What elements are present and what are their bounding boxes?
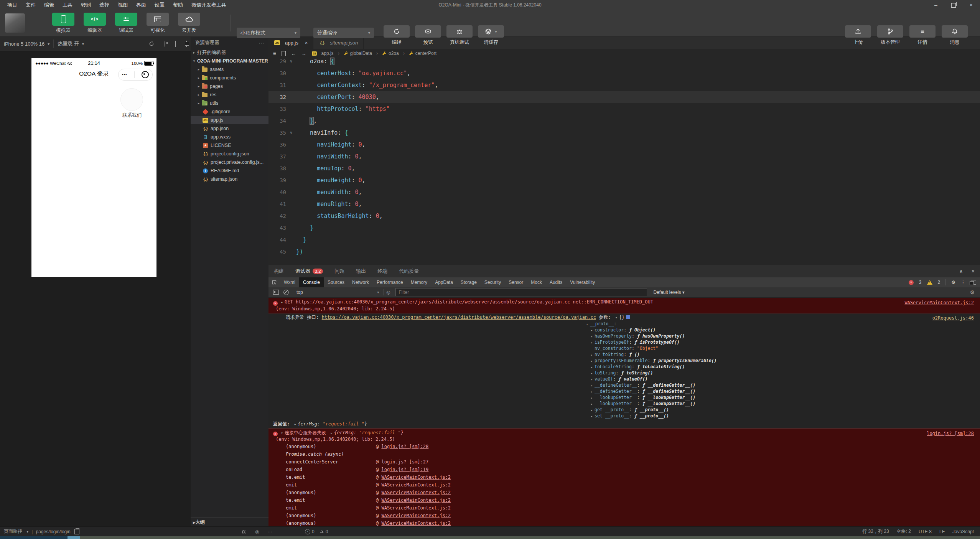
tree-row-get __proto__[interactable]: ▸get __proto__: ƒ __proto__() [586,407,980,413]
outline-section[interactable]: ▸ 大纲 [191,517,268,527]
tree-row-constructor[interactable]: ▸constructor: ƒ Object() [586,327,980,333]
devtools-tab-Audits[interactable]: Audits [546,277,566,287]
tree-row-__lookupGetter__[interactable]: ▸__lookupGetter__: ƒ __lookupGetter__() [586,394,980,401]
status-error-count[interactable]: ×0 [305,529,315,534]
minimize-button[interactable]: – [927,0,945,10]
code-line-37[interactable]: 37 naviWidth: 0, [268,150,980,162]
live-expression-icon[interactable]: ◎ [386,290,390,295]
code-line-45[interactable]: 45}) [268,246,980,257]
devtools-tab-Security[interactable]: Security [481,277,505,287]
console-entry-network-error[interactable]: ×▸GET https://oa.yajian.cc:40030/x_progr… [268,298,980,313]
code-line-44[interactable]: 44 } [268,234,980,246]
编辑器-button[interactable]: </>编辑器 [82,13,107,34]
code-line-31[interactable]: 31 centerContext: "/x_program_center", [268,79,980,91]
close-tab-icon[interactable]: × [305,40,308,46]
code-line-38[interactable]: 38 menuTop: 0, [268,162,980,174]
tree-pages[interactable]: ▸pages [191,82,268,91]
status-item-5[interactable]: JavaScript [952,529,974,534]
云开发-button[interactable]: 云开发 [176,13,202,34]
stack-frame[interactable]: connectCenterServer@ login.js? [sm]:27 [286,458,980,466]
stack-source-link[interactable]: WAServiceMainContext.js:2 [381,482,451,488]
panel-tab-构建[interactable]: 构建 [274,265,284,277]
devtools-tab-Console[interactable]: Console [299,277,324,287]
code-line-36[interactable]: 36 naviHeight: 0, [268,138,980,150]
devtools-tab-Mock[interactable]: Mock [527,277,546,287]
status-warning-count[interactable]: 0 [320,529,328,534]
stack-source-link[interactable]: login.js? [sm]:27 [381,459,428,465]
request-url-link[interactable]: https://oa.yajian.cc:40030/x_program_cen… [296,299,570,305]
breadcrumb-item-centerPort[interactable]: centerPort [409,51,436,56]
device-phone-icon[interactable] [175,41,176,47]
stack-frame[interactable]: emit@ WAServiceMainContext.js:2 [286,481,980,489]
panel-tab-调试器[interactable]: 调试器3,2 [295,265,323,277]
tree-row-propertyIsEnumerable[interactable]: ▸propertyIsEnumerable: ƒ propertyIsEnume… [586,358,980,364]
devtools-tab-AppData[interactable]: AppData [431,277,457,287]
file-sitemap.json[interactable]: {..}sitemap.json [191,175,268,183]
上传-button[interactable]: 上传 [845,25,871,46]
console-entry-request-log[interactable]: 请求异常 接口: https://oa.yajian.cc:40030/x_pr… [268,313,980,420]
capsule-menu[interactable]: ••• [118,69,153,81]
模拟器-button[interactable]: 模拟器 [51,13,76,34]
file-app.wxss[interactable]: ∃app.wxss [191,133,268,141]
panel-tab-输出[interactable]: 输出 [356,265,366,277]
exit-target-icon[interactable] [142,71,149,78]
close-panel-icon[interactable]: × [972,268,975,274]
panel-tab-问题[interactable]: 问题 [334,265,344,277]
stack-frame[interactable]: (anonymous)@ login.js? [sm]:28 [286,443,980,450]
tree-row-toLocaleString[interactable]: ▸toLocaleString: ƒ toLocaleString() [586,364,980,370]
compile-mode-dropdown[interactable]: 普通编译▾ [313,28,374,38]
status-target-icon[interactable]: ◎ [255,529,259,534]
file-.gitignore[interactable]: .gitignore [191,107,268,116]
code-line-42[interactable]: 42 statusBarHeight: 0, [268,210,980,222]
code-line-32[interactable]: 32 centerPort: 40030, [268,91,980,103]
tree-row-valueOf[interactable]: ▸valueOf: ƒ valueOf() [586,376,980,382]
tree-row-nv_toString[interactable]: ▸nv_toString: ƒ () [586,351,980,358]
status-bug-icon[interactable] [241,529,247,534]
devtools-tab-Memory[interactable]: Memory [407,277,431,287]
menu-item-1[interactable]: 项目 [3,0,21,10]
tree-row-__lookupSetter__[interactable]: ▸__lookupSetter__: ƒ __lookupSetter__() [586,401,980,407]
tab-app.js[interactable]: JSapp.js× [268,36,313,49]
devtools-gear-icon[interactable]: ⚙ [951,280,955,285]
menu-item-4[interactable]: 工具 [58,0,77,10]
调试器-button[interactable]: 调试器 [114,13,139,34]
code-line-29[interactable]: 29∨ o2oa: { [268,58,980,67]
devtools-tab-Sensor[interactable]: Sensor [505,277,527,287]
code-line-33[interactable]: 33 httpProtocol: "https" [268,103,980,115]
stack-frame[interactable]: (anonymous)@ WAServiceMainContext.js:2 [286,512,980,519]
stack-source-link[interactable]: WAServiceMainContext.js:2 [381,505,451,511]
stack-frame[interactable]: (anonymous)@ WAServiceMainContext.js:2 [286,519,980,527]
编译-button[interactable]: 编译 [384,25,410,46]
expand-caret[interactable]: ▸ [294,422,296,426]
stack-source-link[interactable]: WAServiceMainContext.js:2 [381,521,451,526]
file-README.md[interactable]: iREADME.md [191,166,268,175]
tree-row-__defineSetter__[interactable]: ▸__defineSetter__: ƒ __defineSetter__() [586,388,980,394]
outline-list-icon[interactable]: ≡ [273,51,276,56]
forward-arrow-icon[interactable]: → [301,51,306,56]
status-item-2[interactable]: 空格: 2 [897,528,911,535]
stack-frame[interactable]: te.emit@ WAServiceMainContext.js:2 [286,473,980,481]
float-window-icon[interactable] [186,41,187,47]
code-line-34[interactable]: 34 }, [268,115,980,127]
devtools-tab-Network[interactable]: Network [348,277,373,287]
tree-row-proto[interactable]: ▾__proto__: [586,321,980,327]
stack-source-link[interactable]: login.js? [sm]:28 [381,444,428,449]
devtools-tab-Wxml[interactable]: Wxml [280,277,299,287]
tree-打开的编辑器[interactable]: ▸打开的编辑器 [191,48,268,57]
menu-item-5[interactable]: 转到 [77,0,95,10]
breadcrumb-item-globalData[interactable]: globalData [344,51,372,56]
tree-utils[interactable]: ▸utils [191,99,268,107]
stack-source-link[interactable]: WAServiceMainContext.js:2 [381,490,451,495]
status-item-3[interactable]: UTF-8 [919,529,932,534]
code-line-35[interactable]: 35∨ naviInfo: { [268,127,980,138]
console-filter-input[interactable] [395,288,647,296]
tree-row-set __proto__[interactable]: ▸set __proto__: ƒ __proto__() [586,413,980,419]
可视化-button[interactable]: 可视化 [145,13,170,34]
record-icon[interactable] [165,41,165,47]
bookmark-icon[interactable] [282,51,286,56]
tree-row-toString[interactable]: ▸toString: ƒ toString() [586,370,980,376]
stack-frame[interactable]: te.emit@ WAServiceMainContext.js:2 [286,496,980,504]
log-levels-dropdown[interactable]: Default levels ▾ [653,290,684,295]
rotate-refresh-icon[interactable] [148,41,155,47]
menu-item-8[interactable]: 界面 [132,0,150,10]
